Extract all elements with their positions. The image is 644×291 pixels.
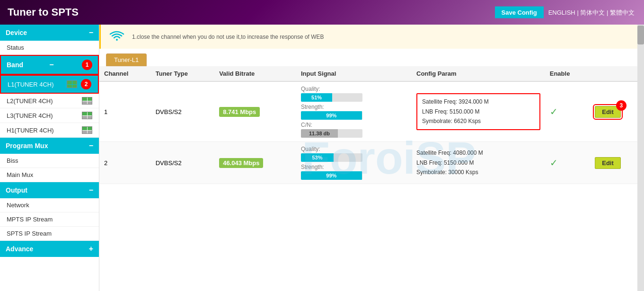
symbolrate-1: Symbolrate: 6620 Ksps: [422, 116, 535, 126]
sidebar-item-biss[interactable]: Biss: [0, 154, 99, 168]
check-icon-1: ✓: [550, 106, 558, 117]
l1-label: L1(TUNER 4CH): [8, 81, 54, 88]
sidebar-item-network[interactable]: Network: [0, 198, 99, 212]
advance-toggle: +: [89, 245, 93, 253]
scrollbar[interactable]: [637, 25, 644, 291]
output-toggle: −: [89, 186, 93, 194]
tuner-type-2: DVBS/S2: [151, 142, 214, 184]
table-header-row: Channel Tuner Type Valid Bitrate Input S…: [99, 66, 644, 81]
biss-label: Biss: [7, 157, 18, 164]
sidebar-band-header[interactable]: Band − 1: [0, 55, 99, 75]
sidebar-item-mpts-ip-stream[interactable]: MPTS IP Stream: [0, 212, 99, 227]
symbolrate-2: Symbolrate: 30000 Ksps: [416, 168, 540, 177]
strength-bar-1: 99%: [301, 111, 362, 120]
config-param-2: Satellite Freq: 4080.000 M LNB Freq: 515…: [412, 142, 545, 184]
enable-1: ✓: [545, 81, 591, 142]
l2-grid-icon: [82, 97, 92, 105]
sidebar-advance-header[interactable]: Advance +: [0, 241, 99, 257]
main-layout: Device − Status Band − 1 L1(TUNER 4CH) 2…: [0, 25, 644, 291]
channel-2: 2: [99, 142, 151, 184]
header: Tuner to SPTS Save Config ENGLISH | 简体中文…: [0, 0, 644, 25]
sidebar-item-l3[interactable]: L3(TUNER 4CH): [0, 108, 99, 123]
sidebar-item-l2[interactable]: L2(TUNER 4CH): [0, 94, 99, 108]
cn-bar-1: 11.38 db: [301, 129, 362, 138]
edit-wrapper-1: Edit 3: [595, 106, 621, 118]
sidebar-device-toggle: −: [89, 28, 93, 37]
tuner-type-1: DVBS/S2: [151, 81, 214, 142]
col-tuner-type: Tuner Type: [151, 66, 214, 81]
save-config-button[interactable]: Save Config: [495, 7, 544, 18]
col-valid-bitrate: Valid Bitrate: [214, 66, 296, 81]
strength-label-2: Strength:: [301, 164, 407, 170]
app-title: Tuner to SPTS: [8, 6, 79, 18]
quality-bar-fill-2: 53%: [301, 153, 334, 162]
step1-badge: 1: [82, 60, 92, 70]
l3-grid-icon: [82, 112, 92, 119]
sidebar-device-label: Device: [6, 29, 27, 36]
network-label: Network: [7, 202, 29, 209]
config-param-1: Satellite Freq: 3924.000 M LNB Freq: 515…: [412, 81, 545, 142]
sidebar-band-label: Band: [7, 61, 23, 69]
status-label: Status: [7, 44, 24, 51]
sidebar-item-main-mux[interactable]: Main Mux: [0, 168, 99, 182]
sat-freq-1: Satellite Freq: 3924.000 M: [422, 97, 535, 106]
sidebar-band-toggle: −: [49, 61, 53, 69]
lnb-freq-1: LNB Freq: 5150.000 M: [422, 107, 535, 116]
sidebar-output-header[interactable]: Output −: [0, 182, 99, 198]
sidebar-item-spts-ip-stream[interactable]: SPTS IP Stream: [0, 227, 99, 241]
channel-table: Channel Tuner Type Valid Bitrate Input S…: [99, 66, 644, 184]
lnb-freq-2: LNB Freq: 5150.000 M: [416, 158, 540, 168]
edit-cell-2: Edit: [590, 142, 644, 184]
l2-label: L2(TUNER 4CH): [7, 97, 53, 105]
l1-grid-icon: [67, 80, 77, 88]
header-right: Save Config ENGLISH | 简体中文 | 繁體中文: [495, 7, 635, 18]
main-mux-label: Main Mux: [7, 171, 33, 178]
tab-bar: Tuner-L1: [99, 49, 644, 66]
bitrate-1: 8.741 Mbps: [214, 81, 296, 142]
quality-bar-2: 53%: [301, 153, 362, 162]
program-mux-toggle: −: [89, 141, 93, 150]
input-signal-1: Quality: 51% Strength: 99% C/N: 11.38 db: [296, 81, 412, 142]
step2-badge: 2: [81, 79, 91, 89]
quality-bar-fill-1: 51%: [301, 93, 332, 102]
sat-freq-2: Satellite Freq: 4080.000 M: [416, 148, 540, 158]
sidebar-item-h1[interactable]: H1(TUNER 4CH): [0, 123, 99, 138]
output-label: Output: [6, 186, 27, 194]
signal-block-2: Quality: 53% Strength: 99%: [301, 146, 407, 180]
config-param-plain-2: Satellite Freq: 4080.000 M LNB Freq: 515…: [416, 148, 540, 177]
strength-bar-2: 99%: [301, 171, 362, 180]
notice-text: 1.close the channel when you do not use …: [132, 34, 324, 40]
edit-button-2[interactable]: Edit: [595, 157, 621, 169]
lang-simplified-chinese[interactable]: 简体中文: [580, 9, 605, 16]
lang-english[interactable]: ENGLISH: [548, 9, 575, 16]
sidebar-item-status[interactable]: Status: [0, 41, 99, 55]
quality-label-2: Quality:: [301, 146, 407, 152]
quality-label-1: Quality:: [301, 86, 407, 92]
h1-label: H1(TUNER 4CH): [7, 127, 54, 134]
config-param-box-1: Satellite Freq: 3924.000 M LNB Freq: 515…: [416, 93, 540, 130]
channel-1: 1: [99, 81, 151, 142]
col-config-param: Config Param: [412, 66, 545, 81]
sidebar-program-mux-header[interactable]: Program Mux −: [0, 138, 99, 154]
input-signal-2: Quality: 53% Strength: 99%: [296, 142, 412, 184]
scrollbar-thumb[interactable]: [637, 26, 644, 44]
spts-ip-stream-label: SPTS IP Stream: [7, 230, 52, 237]
strength-bar-fill-2: 99%: [301, 171, 362, 180]
sidebar-item-l1[interactable]: L1(TUNER 4CH) 2: [0, 75, 99, 94]
col-enable: Enable: [545, 66, 591, 81]
tab-tuner-l1[interactable]: Tuner-L1: [106, 53, 147, 66]
step3-badge: 3: [616, 100, 626, 111]
language-links: ENGLISH | 简体中文 | 繁體中文: [548, 8, 635, 17]
quality-bar-1: 51%: [301, 93, 362, 102]
sidebar: Device − Status Band − 1 L1(TUNER 4CH) 2…: [0, 25, 99, 291]
col-channel: Channel: [99, 66, 151, 81]
col-edit: [590, 66, 644, 81]
col-input-signal: Input Signal: [296, 66, 412, 81]
lang-traditional-chinese[interactable]: 繁體中文: [610, 9, 635, 16]
strength-label-1: Strength:: [301, 104, 407, 110]
sidebar-device-header[interactable]: Device −: [0, 25, 99, 41]
strength-bar-fill-1: 99%: [301, 111, 362, 120]
wifi-icon: [107, 28, 126, 45]
table-row: 1 DVBS/S2 8.741 Mbps Quality: 51% Streng…: [99, 81, 644, 142]
table-row: 2 DVBS/S2 46.043 Mbps Quality: 53% Stren…: [99, 142, 644, 184]
